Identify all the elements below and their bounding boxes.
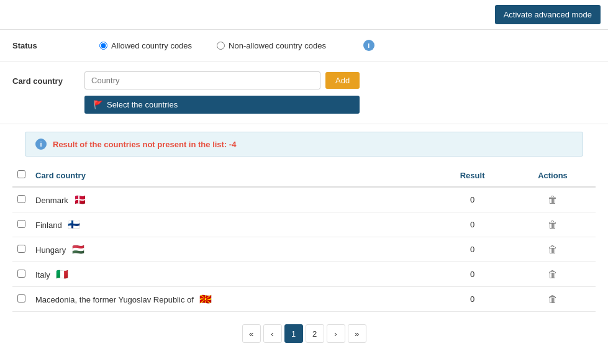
country-flag-icon: 🇩🇰	[74, 194, 86, 205]
row-checkbox-cell	[12, 187, 30, 212]
row-checkbox-cell	[12, 262, 30, 287]
row-result-cell: 0	[435, 237, 510, 262]
allowed-country-codes-option[interactable]: Allowed country codes	[99, 41, 192, 50]
info-banner-wrapper: i Result of the countries not present in…	[0, 124, 608, 157]
prev-page-button[interactable]: ‹	[263, 324, 282, 343]
non-allowed-country-codes-label: Non-allowed country codes	[229, 41, 326, 50]
country-flag-icon: 🇲🇰	[199, 294, 212, 304]
status-section: Status Allowed country codes Non-allowed…	[0, 30, 608, 61]
row-actions-cell: 🗑	[510, 212, 596, 237]
row-actions-cell: 🗑	[510, 237, 596, 262]
delete-icon[interactable]: 🗑	[548, 219, 558, 230]
allowed-country-codes-label: Allowed country codes	[111, 41, 192, 50]
card-country-section: Card country Add 🚩 Select the countries	[0, 61, 608, 124]
row-checkbox-1[interactable]	[17, 220, 25, 228]
row-result-cell: 0	[435, 287, 510, 312]
info-banner-text: Result of the countries not present in t…	[53, 140, 236, 149]
info-banner-icon: i	[35, 139, 47, 150]
country-flag-icon: 🇮🇹	[56, 269, 68, 280]
info-banner-count: -4	[229, 140, 237, 149]
country-name: Macedonia, the former Yugoslav Republic …	[35, 295, 194, 304]
row-country-cell: Macedonia, the former Yugoslav Republic …	[30, 287, 435, 312]
row-country-cell: Finland 🇫🇮	[30, 212, 435, 237]
country-flag-icon: 🇭🇺	[72, 244, 84, 255]
country-name: Finland	[35, 221, 62, 230]
table-section: Card country Result Actions Denmark 🇩🇰 0…	[0, 164, 608, 312]
info-banner: i Result of the countries not present in…	[25, 132, 583, 157]
country-input[interactable]	[84, 71, 320, 89]
country-name: Italy	[35, 270, 50, 280]
table-row: Denmark 🇩🇰 0 🗑	[12, 187, 596, 212]
status-label: Status	[12, 41, 75, 50]
header-checkbox[interactable]	[17, 170, 25, 178]
page-2-button[interactable]: 2	[306, 324, 324, 343]
row-result-cell: 0	[435, 187, 510, 212]
table-row: Italy 🇮🇹 0 🗑	[12, 262, 596, 287]
country-name: Denmark	[35, 196, 68, 205]
country-flag-icon: 🇫🇮	[68, 219, 80, 230]
top-bar: Activate advanced mode	[0, 0, 608, 30]
table-header-row: Card country Result Actions	[12, 164, 596, 187]
allowed-radio[interactable]	[99, 42, 107, 50]
row-checkbox-0[interactable]	[17, 195, 25, 203]
row-actions-cell: 🗑	[510, 287, 596, 312]
row-checkbox-cell	[12, 287, 30, 312]
page-1-button[interactable]: 1	[284, 324, 303, 343]
delete-icon[interactable]: 🗑	[548, 294, 558, 305]
row-result-cell: 0	[435, 262, 510, 287]
row-checkbox-2[interactable]	[17, 245, 25, 253]
row-actions-cell: 🗑	[510, 262, 596, 287]
header-checkbox-col	[12, 164, 30, 187]
row-checkbox-cell	[12, 237, 30, 262]
card-country-inputs: Add 🚩 Select the countries	[84, 71, 360, 114]
next-page-button[interactable]: ›	[327, 324, 345, 343]
non-allowed-country-codes-option[interactable]: Non-allowed country codes	[217, 41, 326, 50]
delete-icon[interactable]: 🗑	[548, 244, 558, 255]
activate-advanced-mode-button[interactable]: Activate advanced mode	[495, 5, 601, 24]
status-info-icon[interactable]: i	[363, 40, 374, 51]
last-page-button[interactable]: »	[348, 324, 366, 343]
row-checkbox-cell	[12, 212, 30, 237]
row-actions-cell: 🗑	[510, 187, 596, 212]
add-button[interactable]: Add	[325, 72, 360, 89]
country-table: Card country Result Actions Denmark 🇩🇰 0…	[12, 164, 596, 312]
header-result: Result	[435, 164, 510, 187]
row-checkbox-4[interactable]	[17, 294, 25, 303]
non-allowed-radio[interactable]	[217, 42, 225, 50]
header-card-country: Card country	[30, 164, 435, 187]
country-name: Hungary	[35, 245, 66, 255]
row-country-cell: Italy 🇮🇹	[30, 262, 435, 287]
row-checkbox-3[interactable]	[17, 270, 25, 278]
info-banner-message: Result of the countries not present in t…	[53, 140, 229, 149]
row-country-cell: Hungary 🇭🇺	[30, 237, 435, 262]
row-country-cell: Denmark 🇩🇰	[30, 187, 435, 212]
row-result-cell: 0	[435, 212, 510, 237]
delete-icon[interactable]: 🗑	[548, 269, 558, 280]
table-row: Hungary 🇭🇺 0 🗑	[12, 237, 596, 262]
flag-icon: 🚩	[93, 100, 103, 109]
table-row: Finland 🇫🇮 0 🗑	[12, 212, 596, 237]
table-row: Macedonia, the former Yugoslav Republic …	[12, 287, 596, 312]
card-country-label: Card country	[12, 71, 75, 86]
first-page-button[interactable]: «	[242, 324, 261, 343]
delete-icon[interactable]: 🗑	[548, 194, 558, 206]
select-countries-label: Select the countries	[107, 100, 178, 109]
select-countries-button[interactable]: 🚩 Select the countries	[84, 96, 360, 114]
header-actions: Actions	[510, 164, 596, 187]
pagination: « ‹ 1 2 › »	[0, 312, 608, 355]
